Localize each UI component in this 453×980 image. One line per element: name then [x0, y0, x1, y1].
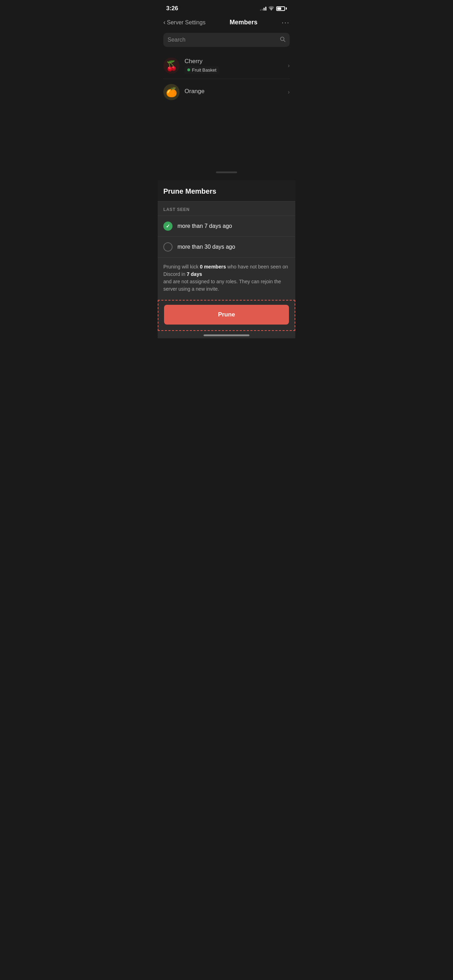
status-icons [260, 6, 287, 11]
member-item-orange[interactable]: 🍊 Orange › [158, 79, 295, 105]
avatar-cherry: 🍒 [163, 57, 180, 74]
radio-circle-7days: ✓ [163, 221, 173, 231]
radio-option-7days[interactable]: ✓ more than 7 days ago [158, 216, 295, 236]
members-list: 🍒 Cherry Fruit Basket › 🍊 Orange › [158, 50, 295, 108]
status-bar: 3:26 [158, 0, 295, 15]
member-name-cherry: Cherry [184, 58, 288, 65]
home-bar [203, 334, 250, 336]
prune-title: Prune Members [163, 187, 290, 196]
prune-header: Prune Members [158, 180, 295, 201]
status-time: 3:26 [166, 5, 178, 12]
home-indicator [158, 331, 295, 338]
prune-sheet: Prune Members LAST SEEN ✓ more than 7 da… [158, 180, 295, 338]
prune-description: Pruning will kick 0 members who have not… [158, 257, 295, 300]
last-seen-label: LAST SEEN [158, 201, 295, 216]
last-seen-section: LAST SEEN ✓ more than 7 days ago more th… [158, 201, 295, 257]
back-button[interactable]: ‹ Server Settings [163, 19, 205, 26]
chevron-right-icon-cherry: › [288, 62, 290, 69]
nav-header: ‹ Server Settings Members ··· [158, 15, 295, 32]
back-label: Server Settings [167, 19, 205, 26]
prune-button[interactable]: Prune [164, 305, 289, 325]
more-options-button[interactable]: ··· [281, 18, 290, 27]
member-info-cherry: Cherry Fruit Basket [184, 58, 288, 74]
search-icon [280, 37, 285, 43]
role-dot-cherry [188, 68, 190, 71]
chevron-left-icon: ‹ [163, 19, 165, 26]
checkmark-icon-7days: ✓ [166, 223, 170, 229]
wifi-icon [269, 6, 274, 11]
radio-label-30days: more than 30 days ago [178, 244, 235, 250]
battery-icon [276, 6, 287, 11]
role-label-cherry: Fruit Basket [192, 67, 216, 73]
page-title: Members [230, 19, 257, 26]
search-bar[interactable] [163, 33, 290, 47]
member-item-cherry[interactable]: 🍒 Cherry Fruit Basket › [158, 52, 295, 79]
member-name-orange: Orange [184, 88, 288, 95]
search-input[interactable] [168, 37, 277, 43]
prune-member-count: 0 members [200, 264, 226, 269]
radio-circle-30days [163, 242, 173, 251]
member-role-cherry: Fruit Basket [184, 66, 219, 74]
member-info-orange: Orange [184, 88, 288, 96]
signal-icon [260, 6, 266, 11]
drag-handle-section [158, 108, 295, 180]
avatar-orange: 🍊 [163, 84, 180, 100]
radio-option-30days[interactable]: more than 30 days ago [158, 236, 295, 257]
chevron-right-icon-orange: › [288, 89, 290, 95]
prune-days: 7 days [187, 271, 202, 277]
radio-label-7days: more than 7 days ago [178, 223, 232, 229]
svg-line-1 [284, 40, 285, 41]
prune-button-wrap: Prune [158, 300, 295, 331]
drag-handle [216, 172, 237, 173]
